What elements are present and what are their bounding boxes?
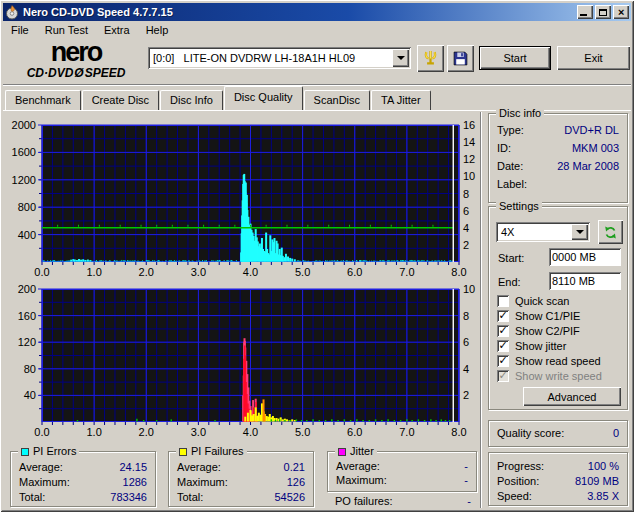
jitter-maximum: - xyxy=(464,474,468,487)
tab-scandisc[interactable]: ScanDisc xyxy=(304,90,370,110)
x-axis-tick: 8.0 xyxy=(445,426,473,438)
progress-row: Progress:100 % xyxy=(497,460,619,473)
window-title: Nero CD-DVD Speed 4.7.7.15 xyxy=(23,6,173,18)
disc-info-group: Disc info Type:DVD+R DL ID:MKM 003 Date:… xyxy=(488,113,628,203)
minimize-button[interactable] xyxy=(577,5,593,19)
checkbox-show-c1-pie[interactable]: ✓Show C1/PIE xyxy=(497,309,580,323)
y-axis-right-tick: 6 xyxy=(463,205,469,217)
y-axis-right-tick: 2 xyxy=(463,389,469,401)
pi-errors-stats-group: PI Errors Average:24.15 Maximum:1286 Tot… xyxy=(10,451,156,507)
tab-disc-quality[interactable]: Disc Quality xyxy=(224,86,303,110)
y-axis-left-tick: 800 xyxy=(0,201,36,213)
y-axis-left-tick: 1600 xyxy=(0,146,36,158)
y-axis-left-tick: 120 xyxy=(0,336,36,348)
maximize-icon xyxy=(599,9,607,16)
pi-failures-chart: 20016012080401086420.01.02.03.04.05.06.0… xyxy=(0,277,481,437)
scan-speed-value: 4X xyxy=(496,226,571,238)
y-axis-right-tick: 2 xyxy=(463,239,469,251)
checkbox-icon: ✓ xyxy=(497,310,509,322)
y-axis-left-tick: 2000 xyxy=(0,119,36,131)
po-failures-row: PO failures: - xyxy=(335,495,471,507)
pie-total: 783346 xyxy=(110,491,147,504)
tab-disc-info[interactable]: Disc Info xyxy=(160,90,223,110)
pif-maximum: 126 xyxy=(287,476,305,489)
x-axis-tick: 7.0 xyxy=(393,426,421,438)
start-position-input[interactable] xyxy=(549,248,621,266)
pie-average: 24.15 xyxy=(119,461,147,474)
advanced-button[interactable]: Advanced xyxy=(523,387,621,406)
y-axis-right-tick: 12 xyxy=(463,153,475,165)
checkbox-show-jitter[interactable]: ✓Show jitter xyxy=(497,339,566,353)
checkbox-show-read-speed[interactable]: ✓Show read speed xyxy=(497,354,601,368)
y-axis-right-tick: 16 xyxy=(463,119,475,131)
tab-benchmark[interactable]: Benchmark xyxy=(5,90,81,110)
options-button[interactable] xyxy=(417,45,444,72)
pif-average: 0.21 xyxy=(284,461,305,474)
speed-value: 3.85 X xyxy=(587,490,619,503)
close-icon: × xyxy=(618,7,624,17)
disc-id-value: MKM 003 xyxy=(572,142,619,155)
nero-logo-text: nero xyxy=(12,39,140,66)
jitter-average: - xyxy=(464,460,468,473)
y-axis-left-tick: 400 xyxy=(0,229,36,241)
save-button[interactable] xyxy=(447,45,474,72)
y-axis-right-tick: 6 xyxy=(463,336,469,348)
x-axis-tick: 1.0 xyxy=(80,426,108,438)
y-axis-left-tick: 40 xyxy=(0,389,36,401)
po-failures-value: - xyxy=(467,495,471,507)
exit-button[interactable]: Exit xyxy=(557,46,630,70)
pif-total: 54526 xyxy=(274,491,305,504)
jitter-stats-title: Jitter xyxy=(335,445,377,457)
options-icon xyxy=(422,50,439,67)
nero-logo: nero CD·DVDØSPEED xyxy=(12,39,140,79)
pi-errors-stats-title: PI Errors xyxy=(18,445,79,457)
speed-row: Speed:3.85 X xyxy=(497,490,619,503)
start-button[interactable]: Start xyxy=(479,46,551,70)
drive-selector-dropdown-button[interactable] xyxy=(392,49,409,67)
end-field-label: End: xyxy=(498,276,521,289)
menu-extra[interactable]: Extra xyxy=(96,22,138,38)
scan-speed-select[interactable]: 4X xyxy=(496,222,590,242)
drive-selector[interactable]: [0:0] LITE-ON DVDRW LH-18A1H HL09 xyxy=(148,47,411,69)
y-axis-right-tick: 14 xyxy=(463,136,475,148)
pi-errors-chart: 2000160012008004001614121086420.01.02.03… xyxy=(0,113,481,277)
settings-title: Settings xyxy=(496,200,542,212)
x-axis-tick: 5.0 xyxy=(289,426,317,438)
checkbox-show-write-speed: ✓Show write speed xyxy=(497,369,602,383)
quality-score-group: Quality score:0 xyxy=(488,420,628,447)
y-axis-left-tick: 200 xyxy=(0,283,36,295)
minimize-icon xyxy=(580,14,587,16)
pi-failures-stats-group: PI Failures Average:0.21 Maximum:126 Tot… xyxy=(168,451,314,507)
tab-create-disc[interactable]: Create Disc xyxy=(82,90,159,110)
panel-separator xyxy=(480,112,482,508)
maximize-button[interactable] xyxy=(595,5,611,19)
x-axis-tick: 6.0 xyxy=(341,426,369,438)
close-button[interactable]: × xyxy=(613,5,629,19)
checkbox-quick-scan[interactable]: Quick scan xyxy=(497,294,569,308)
menu-run-test[interactable]: Run Test xyxy=(37,22,96,38)
disc-type-row: Type:DVD+R DL xyxy=(497,124,619,137)
scan-speed-dropdown-button[interactable] xyxy=(571,224,588,240)
end-position-input[interactable] xyxy=(549,272,621,290)
y-axis-right-tick: 10 xyxy=(463,283,475,295)
menu-help[interactable]: Help xyxy=(138,22,177,38)
disc-info-title: Disc info xyxy=(496,107,544,119)
x-axis-tick: 3.0 xyxy=(184,426,212,438)
tab-ta-jitter[interactable]: TA Jitter xyxy=(371,90,431,110)
pi-errors-plot xyxy=(42,125,459,262)
menu-file[interactable]: File xyxy=(3,22,37,38)
y-axis-right-tick: 8 xyxy=(463,188,469,200)
cddvdspeed-logo-text: CD·DVDØSPEED xyxy=(12,67,140,79)
po-failures-label: PO failures: xyxy=(335,495,392,507)
refresh-button[interactable] xyxy=(598,220,623,244)
disc-label-row: Label: xyxy=(497,178,619,191)
chevron-down-icon xyxy=(576,230,584,234)
checkbox-show-c2-pif[interactable]: ✓Show C2/PIF xyxy=(497,324,580,338)
drive-selector-value: [0:0] LITE-ON DVDRW LH-18A1H HL09 xyxy=(148,52,392,64)
y-axis-left-tick: 160 xyxy=(0,310,36,322)
app-window: Nero CD-DVD Speed 4.7.7.15 × File Run Te… xyxy=(0,0,634,512)
progress-value: 100 % xyxy=(588,460,619,473)
progress-group: Progress:100 % Position:8109 MB Speed:3.… xyxy=(488,452,628,506)
disc-type-value: DVD+R DL xyxy=(564,124,619,137)
title-bar[interactable]: Nero CD-DVD Speed 4.7.7.15 × xyxy=(3,3,631,21)
